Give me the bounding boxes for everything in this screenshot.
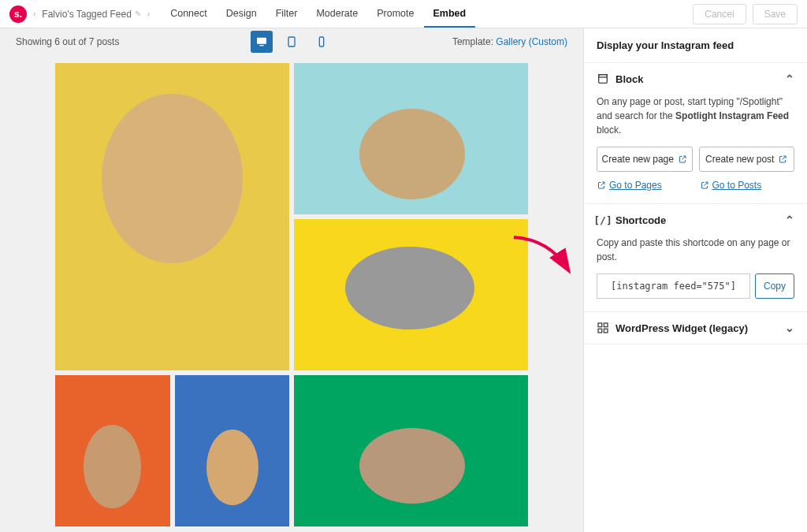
- template-label: Template:: [452, 36, 493, 47]
- gallery-tile[interactable]: [294, 63, 528, 214]
- external-link-icon: [597, 180, 606, 190]
- phone-view-button[interactable]: [311, 31, 333, 53]
- svg-rect-6: [598, 323, 602, 327]
- tab-design[interactable]: Design: [217, 1, 266, 28]
- pencil-icon[interactable]: ✎: [135, 9, 141, 18]
- tab-moderate[interactable]: Moderate: [307, 1, 367, 28]
- svg-rect-5: [599, 75, 608, 77]
- go-to-pages-link[interactable]: Go to Pages: [597, 180, 692, 191]
- widget-icon: [597, 322, 609, 334]
- create-post-button[interactable]: Create new post: [699, 147, 795, 172]
- gallery-tile[interactable]: [55, 63, 289, 370]
- tab-connect[interactable]: Connect: [161, 1, 217, 28]
- chevron-up-icon: ⌃: [785, 73, 794, 85]
- svg-rect-9: [604, 329, 608, 333]
- chevron-down-icon: ⌄: [785, 322, 794, 334]
- chevron-right-icon: ›: [144, 9, 153, 18]
- external-link-icon: [700, 180, 709, 190]
- external-link-icon: [778, 154, 787, 164]
- tab-embed[interactable]: Embed: [424, 1, 476, 28]
- shortcode-description: Copy and paste this shortcode on any pag…: [597, 236, 794, 264]
- chevron-right-icon: ›: [30, 9, 39, 18]
- gallery-tile[interactable]: [175, 375, 290, 526]
- widget-section-title: WordPress Widget (legacy): [615, 322, 748, 334]
- block-section-title: Block: [615, 73, 643, 85]
- create-page-button[interactable]: Create new page: [597, 147, 693, 172]
- tablet-view-button[interactable]: [281, 31, 303, 53]
- block-icon: [597, 73, 609, 85]
- svg-rect-2: [288, 37, 295, 47]
- widget-section-header[interactable]: WordPress Widget (legacy) ⌄: [584, 312, 807, 344]
- feed-name-breadcrumb[interactable]: Falvio's Tagged Feed: [42, 9, 131, 20]
- sidebar-heading: Display your Instagram feed: [584, 28, 807, 63]
- shortcode-icon: [/]: [597, 214, 609, 226]
- block-section-header[interactable]: Block ⌃: [584, 63, 807, 95]
- svg-rect-4: [599, 75, 608, 84]
- phone-icon: [315, 35, 328, 48]
- gallery-tile[interactable]: [294, 219, 528, 370]
- external-link-icon: [678, 154, 687, 164]
- svg-rect-1: [259, 45, 263, 46]
- logo[interactable]: s.: [9, 6, 27, 23]
- cancel-button[interactable]: Cancel: [693, 4, 746, 24]
- svg-rect-7: [604, 323, 608, 327]
- desktop-icon: [255, 35, 268, 48]
- shortcode-section-header[interactable]: [/] Shortcode ⌃: [584, 204, 807, 236]
- nav-tabs: Connect Design Filter Moderate Promote E…: [161, 1, 475, 28]
- template-value-link[interactable]: Gallery (Custom): [496, 36, 567, 47]
- chevron-up-icon: ⌃: [785, 214, 794, 226]
- shortcode-section-title: Shortcode: [615, 214, 666, 226]
- svg-rect-0: [257, 38, 266, 44]
- svg-rect-8: [598, 329, 602, 333]
- block-description: On any page or post, start typing "/Spot…: [597, 95, 794, 137]
- shortcode-value[interactable]: [instagram feed="575"]: [597, 273, 750, 299]
- post-count-status: Showing 6 out of 7 posts: [16, 36, 119, 47]
- go-to-posts-link[interactable]: Go to Posts: [700, 180, 795, 191]
- gallery-grid: [0, 55, 583, 526]
- desktop-view-button[interactable]: [251, 31, 273, 53]
- copy-button[interactable]: Copy: [755, 273, 794, 299]
- svg-rect-3: [319, 37, 323, 47]
- gallery-tile[interactable]: [294, 375, 528, 526]
- tab-filter[interactable]: Filter: [266, 1, 307, 28]
- tablet-icon: [285, 35, 298, 48]
- save-button[interactable]: Save: [753, 4, 798, 24]
- gallery-tile[interactable]: [55, 375, 170, 526]
- tab-promote[interactable]: Promote: [367, 1, 423, 28]
